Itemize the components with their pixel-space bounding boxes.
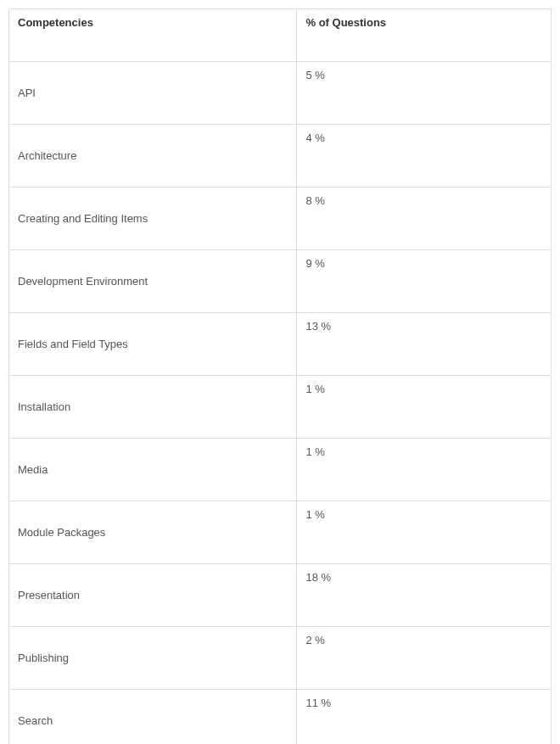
competency-name: Presentation <box>9 564 297 627</box>
table-row: Presentation18 % <box>9 564 552 627</box>
competency-name: Media <box>9 439 297 501</box>
competencies-table: Competencies % of Questions API5 %Archit… <box>8 8 552 744</box>
table-row: Architecture4 % <box>9 125 552 187</box>
table-row: Module Packages1 % <box>9 501 552 564</box>
table-row: Fields and Field Types13 % <box>9 313 552 376</box>
competency-name: Module Packages <box>9 501 297 564</box>
table-row: Creating and Editing Items8 % <box>9 187 552 250</box>
competency-name: Creating and Editing Items <box>9 187 297 250</box>
competency-name: Fields and Field Types <box>9 313 297 376</box>
table-header-row: Competencies % of Questions <box>9 9 552 62</box>
competency-percent: 5 % <box>297 62 552 125</box>
competency-percent: 4 % <box>297 125 552 187</box>
table-row: Publishing2 % <box>9 627 552 690</box>
header-competencies: Competencies <box>9 9 297 62</box>
competency-percent: 18 % <box>297 564 552 627</box>
competency-name: Search <box>9 690 297 745</box>
competency-percent: 13 % <box>297 313 552 376</box>
header-percent: % of Questions <box>297 9 552 62</box>
competency-name: Publishing <box>9 627 297 690</box>
table-row: Development Environment9 % <box>9 250 552 313</box>
competency-percent: 8 % <box>297 187 552 250</box>
competency-name: Development Environment <box>9 250 297 313</box>
competency-percent: 1 % <box>297 501 552 564</box>
competency-name: API <box>9 62 297 125</box>
table-row: API5 % <box>9 62 552 125</box>
competency-percent: 1 % <box>297 439 552 501</box>
competency-name: Architecture <box>9 125 297 187</box>
competency-percent: 9 % <box>297 250 552 313</box>
competency-percent: 2 % <box>297 627 552 690</box>
competency-percent: 11 % <box>297 690 552 745</box>
competency-name: Installation <box>9 376 297 439</box>
table-row: Search11 % <box>9 690 552 745</box>
table-row: Media1 % <box>9 439 552 501</box>
table-row: Installation1 % <box>9 376 552 439</box>
competency-percent: 1 % <box>297 376 552 439</box>
